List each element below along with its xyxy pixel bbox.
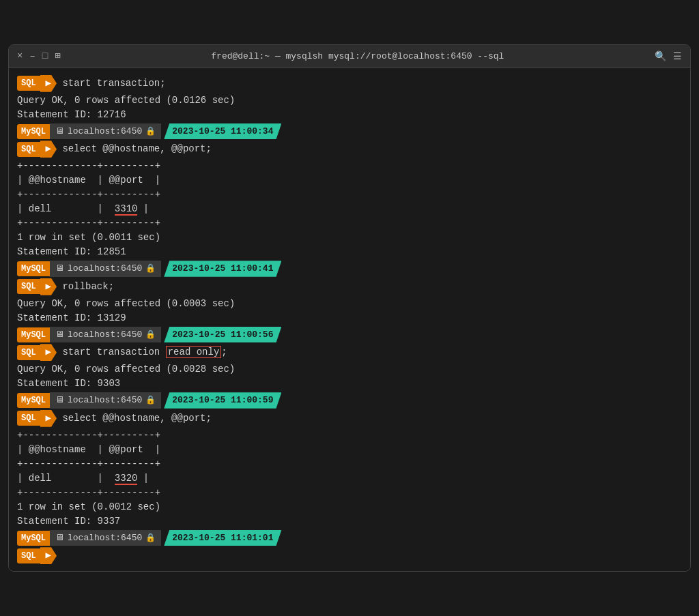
mysql-host-3: 🖥 localhost:6450 🔒	[50, 327, 161, 343]
lock-icon-4: 🔒	[145, 394, 156, 407]
mysql-host-5: 🖥 localhost:6450 🔒	[50, 530, 161, 546]
search-icon[interactable]: 🔍	[655, 50, 666, 62]
server-icon-3: 🖥	[55, 328, 64, 342]
output-row-count-2: 1 row in set (0.0012 sec)	[17, 500, 682, 514]
titlebar: × – □ ⊞ fred@dell:~ — mysqlsh mysql://ro…	[9, 45, 690, 68]
sql-prompt-1: SQL ▶ start transaction;	[17, 75, 682, 92]
sql-arrow-5: ▶	[40, 410, 57, 427]
cmd-text-2: select @@hostname, @@port;	[57, 142, 212, 156]
mysql-time-2: 2023-10-25 11:00:41	[164, 261, 281, 277]
server-icon-4: 🖥	[55, 394, 64, 407]
lock-icon-5: 🔒	[145, 532, 156, 544]
mysql-prompt-4: MySQL 🖥 localhost:6450 🔒 2023-10-25 11:0…	[17, 392, 682, 409]
mysql-prompt-2: MySQL 🖥 localhost:6450 🔒 2023-10-25 11:0…	[17, 261, 682, 277]
port-value-1: 3310	[115, 203, 138, 216]
lock-icon-3: 🔒	[145, 329, 156, 341]
sql-badge-2: SQL	[17, 142, 40, 157]
sql-arrow-4: ▶	[40, 344, 57, 361]
terminal-content: SQL ▶ start transaction; Query OK, 0 row…	[9, 68, 690, 572]
sql-badge-5: SQL	[17, 411, 40, 426]
table-row-1: | dell | 3310 |	[17, 202, 682, 216]
sql-prompt-2: SQL ▶ select @@hostname, @@port;	[17, 141, 682, 158]
table-row-2: | dell | 3320 |	[17, 471, 682, 486]
mysql-prompt-5: MySQL 🖥 localhost:6450 🔒 2023-10-25 11:0…	[17, 530, 682, 546]
sql-prompt-empty: SQL ▶	[17, 547, 682, 564]
mysql-prompt-3: MySQL 🖥 localhost:6450 🔒 2023-10-25 11:0…	[17, 327, 682, 343]
sql-arrow-empty: ▶	[40, 547, 57, 564]
mysql-badge-3: MySQL	[17, 327, 50, 342]
mysql-badge-4: MySQL	[17, 393, 50, 408]
table-border-3: +-------------+---------+ | @@hostname |…	[17, 428, 682, 471]
lock-icon-1: 🔒	[145, 126, 156, 138]
table-border-2: +-------------+---------+	[17, 216, 682, 231]
lock-icon-2: 🔒	[145, 263, 156, 275]
sql-badge-4: SQL	[17, 345, 40, 360]
mysql-badge-5: MySQL	[17, 531, 50, 546]
mysql-host-2: 🖥 localhost:6450 🔒	[50, 261, 161, 277]
table-border-4: +-------------+---------+	[17, 486, 682, 500]
mysql-badge-2: MySQL	[17, 261, 50, 276]
maximize-btn[interactable]: □	[42, 51, 48, 61]
titlebar-actions[interactable]: 🔍 ☰	[655, 50, 682, 62]
terminal-window: × – □ ⊞ fred@dell:~ — mysqlsh mysql://ro…	[8, 44, 691, 572]
mysql-host-4: 🖥 localhost:6450 🔒	[50, 392, 161, 409]
stmt-id-4: Statement ID: 9303	[17, 377, 682, 391]
output-3: Query OK, 0 rows affected (0.0003 sec)	[17, 297, 682, 311]
mysql-time-3: 2023-10-25 11:00:56	[164, 327, 281, 343]
output-4: Query OK, 0 rows affected (0.0028 sec)	[17, 362, 682, 377]
sql-arrow: ▶	[40, 75, 57, 92]
mysql-prompt-1: MySQL 🖥 localhost:6450 🔒 2023-10-25 11:0…	[17, 123, 682, 140]
cmd-text-5: select @@hostname, @@port;	[57, 411, 212, 426]
output-1: Query OK, 0 rows affected (0.0126 sec)	[17, 93, 682, 108]
cmd-text-1: start transaction;	[57, 76, 166, 91]
close-btn[interactable]: ×	[17, 51, 23, 61]
server-icon-2: 🖥	[55, 262, 64, 276]
stmt-id-3: Statement ID: 13129	[17, 311, 682, 325]
window-controls[interactable]: × – □ ⊞	[17, 51, 61, 61]
sql-arrow-3: ▶	[40, 278, 57, 295]
port-value-2: 3320	[115, 473, 138, 485]
sql-prompt-5: SQL ▶ select @@hostname, @@port;	[17, 410, 682, 427]
read-only-box: read only	[166, 346, 222, 358]
cmd-text-4: start transaction read only;	[57, 345, 227, 360]
mysql-time-1: 2023-10-25 11:00:34	[164, 123, 281, 140]
stmt-id-5: Statement ID: 9337	[17, 514, 682, 529]
cmd-text-3: rollback;	[57, 280, 114, 294]
sql-prompt-3: SQL ▶ rollback;	[17, 278, 682, 295]
mysql-time-4: 2023-10-25 11:00:59	[164, 392, 281, 409]
menu-icon[interactable]: ☰	[673, 50, 682, 62]
table-border-1: +-------------+---------+ | @@hostname |…	[17, 159, 682, 202]
mysql-badge-1: MySQL	[17, 124, 50, 139]
output-2: Statement ID: 12716	[17, 108, 682, 122]
mysql-host-1: 🖥 localhost:6450 🔒	[50, 123, 161, 140]
stmt-id-2: Statement ID: 12851	[17, 245, 682, 259]
minimize-btn[interactable]: –	[29, 51, 35, 61]
server-icon-1: 🖥	[55, 125, 64, 138]
server-icon-5: 🖥	[55, 531, 64, 545]
sql-badge-empty: SQL	[17, 548, 40, 563]
new-tab-btn[interactable]: ⊞	[55, 51, 60, 61]
sql-badge-3: SQL	[17, 279, 40, 294]
mysql-time-5: 2023-10-25 11:01:01	[164, 530, 281, 546]
window-title: fred@dell:~ — mysqlsh mysql://root@local…	[66, 51, 649, 61]
sql-badge: SQL	[17, 76, 40, 91]
sql-prompt-4: SQL ▶ start transaction read only;	[17, 344, 682, 361]
output-row-count-1: 1 row in set (0.0011 sec)	[17, 231, 682, 245]
sql-arrow-2: ▶	[40, 141, 57, 158]
